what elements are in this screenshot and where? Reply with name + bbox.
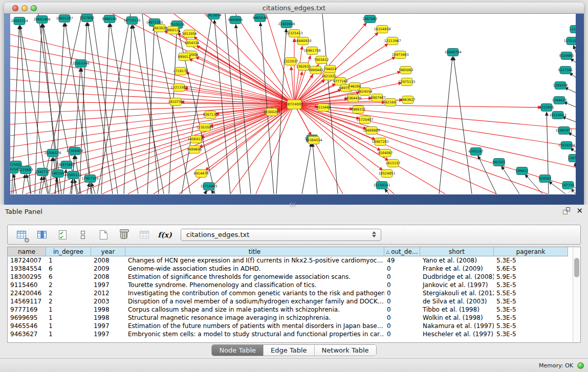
graph-node[interactable]: 7485063 — [399, 67, 413, 74]
graph-node[interactable]: 794024 — [324, 65, 337, 73]
tab-network-table[interactable]: Network Table — [315, 345, 376, 356]
table-cell[interactable]: 9777169 — [8, 305, 46, 314]
graph-node[interactable]: 12325413 — [286, 30, 302, 37]
table-cell[interactable]: 18300295 — [8, 273, 46, 281]
graph-node[interactable]: 9465546 — [253, 14, 268, 22]
column-header-pagerank[interactable]: pagerank — [494, 247, 568, 256]
graph-node[interactable]: 941505 — [493, 159, 506, 166]
table-cell[interactable]: Estimation of the future numbers of pati… — [125, 322, 384, 330]
graph-node[interactable]: 16154838 — [374, 26, 390, 33]
graph-node[interactable]: 9699695 — [187, 146, 202, 154]
table-cell[interactable]: 9699695 — [8, 314, 46, 322]
table-row[interactable]: 1456911722003Disruption of a novel membe… — [8, 297, 573, 305]
table-cell[interactable]: Tourette syndrome. Phenomenology and cla… — [125, 281, 384, 289]
graph-node[interactable]: 1209358 — [553, 82, 568, 90]
table-cell[interactable]: 1 — [46, 330, 91, 338]
graph-node[interactable]: 7663822 — [153, 25, 167, 32]
table-cell[interactable]: Dudbridge et al. (2008) — [420, 273, 494, 281]
graph-node[interactable]: 6793197 — [469, 148, 484, 156]
table-cell[interactable]: Jankovic et al. (1997) — [420, 281, 494, 289]
column-header-in_degree[interactable]: in_degree — [46, 247, 91, 256]
column-header-name[interactable]: name — [8, 247, 46, 256]
table-cell[interactable]: 5.6E-5 — [494, 265, 568, 273]
table-cell[interactable]: de Silva et al. (2003) — [420, 297, 494, 305]
table-row[interactable]: 946554611997Estimation of the future num… — [8, 322, 573, 330]
table-cell[interactable]: Franke et al. (2009) — [420, 265, 494, 273]
network-canvas[interactable]: 2405572420691406106552871527602846616010… — [10, 14, 576, 194]
column-chooser-icon[interactable] — [35, 229, 49, 241]
column-header-out_de[interactable]: △out_de… — [384, 247, 420, 256]
graph-node[interactable]: 12505135 — [64, 171, 81, 179]
tab-node-table[interactable]: Node Table — [212, 345, 264, 356]
graph-node[interactable]: 1654334 — [185, 39, 200, 47]
function-builder-icon[interactable]: f(x) — [158, 229, 171, 241]
table-cell[interactable]: 5.3E-5 — [494, 281, 568, 289]
graph-node[interactable]: 1615157 — [386, 160, 401, 167]
table-cell[interactable]: Structural magnetic resonance image aver… — [125, 314, 384, 322]
table-cell[interactable]: 6 — [46, 265, 91, 273]
row-height-icon[interactable] — [76, 229, 90, 241]
splitter-grip-icon[interactable] — [290, 203, 296, 207]
graph-node[interactable]: 1215683 — [18, 166, 33, 174]
table-cell[interactable]: 0 — [384, 265, 420, 273]
table-row[interactable]: 911546021997Tourette syndrome. Phenomeno… — [8, 281, 573, 289]
table-cell[interactable]: 14569117 — [8, 297, 46, 305]
graph-node[interactable]: 39154 — [10, 166, 18, 173]
table-cell[interactable]: 1997 — [91, 330, 125, 338]
table-cell[interactable]: 1 — [46, 314, 91, 322]
graph-node[interactable]: 9184067 — [378, 149, 393, 157]
table-cell[interactable]: Embryonic stem cells: a model to study s… — [125, 330, 384, 338]
table-scrollbar[interactable] — [573, 247, 580, 342]
table-row[interactable]: 2242004622012Investigating the contribut… — [8, 289, 573, 297]
float-panel-icon[interactable] — [563, 207, 570, 214]
table-cell[interactable]: Investigating the contribution of common… — [125, 289, 384, 297]
graph-node[interactable]: 15751074 — [563, 37, 576, 45]
table-cell[interactable]: 0 — [384, 322, 420, 330]
table-cell[interactable]: 2008 — [91, 256, 125, 265]
graph-node[interactable]: 116753 — [568, 155, 576, 162]
close-panel-icon[interactable]: ✕ — [576, 207, 583, 214]
graph-node[interactable]: 9990443 — [309, 67, 323, 74]
table-cell[interactable]: 2009 — [91, 265, 125, 273]
column-header-title[interactable]: title — [125, 247, 384, 256]
table-cell[interactable]: 6 — [46, 273, 91, 281]
table-cell[interactable]: 9465546 — [8, 322, 46, 330]
graph-node[interactable]: 8466160 — [102, 15, 117, 23]
canvas-resize-grip-icon[interactable] — [569, 187, 575, 193]
table-cell[interactable]: Hescheler et al. (1997) — [420, 330, 494, 338]
table-row[interactable]: 946362711997Embryonic stem cells: a mode… — [8, 330, 573, 338]
table-row[interactable]: 977716911998Corpus callosum shape and si… — [8, 305, 573, 314]
table-cell[interactable]: Nakamura et al. (1997) — [420, 322, 494, 330]
table-cell[interactable]: 5.3E-5 — [494, 297, 568, 305]
table-cell[interactable]: 1998 — [91, 305, 125, 314]
graph-node[interactable]: 10688609 — [363, 127, 380, 135]
graph-node[interactable]: 18724007 — [285, 100, 303, 109]
table-cell[interactable]: 0 — [384, 273, 420, 281]
table-cell[interactable]: 0 — [384, 330, 420, 338]
table-cell[interactable]: 19384554 — [8, 265, 46, 273]
table-cell[interactable]: 9115460 — [8, 281, 46, 289]
graph-node[interactable]: 62160 — [385, 99, 396, 106]
table-cell[interactable]: Genome-wide association studies in ADHD. — [125, 265, 384, 273]
graph-node[interactable]: 10655287 — [56, 15, 73, 23]
graph-node[interactable]: 10807487 — [368, 94, 385, 102]
graph-node[interactable]: 8813054 — [207, 14, 222, 19]
graph-node[interactable]: 22053346 — [72, 60, 89, 68]
graph-node[interactable]: 20691406 — [33, 16, 50, 24]
table-mode-icon[interactable] — [15, 229, 28, 241]
graph-node[interactable]: 9463627 — [401, 96, 416, 104]
tab-edge-table[interactable]: Edge Table — [264, 345, 314, 356]
new-table-icon[interactable] — [97, 229, 110, 241]
graph-node[interactable]: 7986332 — [351, 106, 366, 114]
graph-node[interactable]: 6914479 — [194, 170, 209, 178]
graph-node[interactable]: 30975887 — [58, 161, 75, 169]
table-cell[interactable]: 5.3E-5 — [494, 330, 568, 338]
graph-node[interactable]: 8267130 — [203, 111, 218, 119]
graph-node[interactable]: 9329965 — [559, 52, 574, 60]
graph-node[interactable]: 10719135 — [123, 17, 140, 25]
table-row[interactable]: 1830029562008Estimation of significance … — [8, 273, 573, 281]
window-titlebar[interactable]: citations_edges.txt — [4, 3, 584, 14]
graph-node[interactable]: 111753 — [570, 26, 576, 33]
graph-node[interactable]: 15992971 — [555, 127, 572, 135]
table-cell[interactable]: 1 — [46, 305, 91, 314]
